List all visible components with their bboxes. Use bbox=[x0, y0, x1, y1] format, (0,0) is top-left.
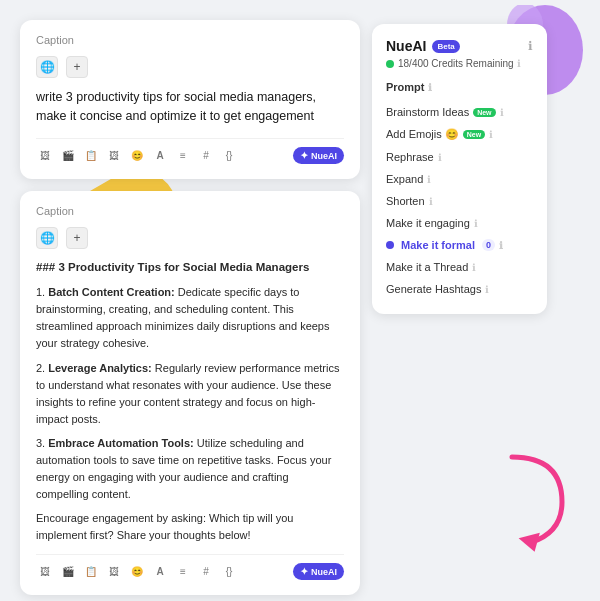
nue-ai-button-bottom[interactable]: ✦ NueAI bbox=[293, 563, 344, 580]
hashtags-label: Generate Hashtags bbox=[386, 283, 481, 295]
caption-para-1: 1. Batch Content Creation: Dedicate spec… bbox=[36, 284, 344, 352]
thread-label: Make it a Thread bbox=[386, 261, 468, 273]
credits-info-icon[interactable]: ℹ bbox=[517, 58, 521, 69]
globe-icon-bottom[interactable]: 🌐 bbox=[36, 227, 58, 249]
menu-item-brainstorm[interactable]: Brainstorm Ideas New ℹ bbox=[386, 101, 533, 123]
beta-badge: Beta bbox=[432, 40, 459, 53]
menu-item-hashtags[interactable]: Generate Hashtags ℹ bbox=[386, 278, 533, 300]
formal-active-dot bbox=[386, 241, 394, 249]
menu-item-shorten[interactable]: Shorten ℹ bbox=[386, 190, 533, 212]
align-icon-top[interactable]: ≡ bbox=[174, 147, 192, 165]
credits-text: 18/400 Credits Remaining ℹ bbox=[386, 58, 533, 69]
caption-top-text: write 3 productivity tips for social med… bbox=[36, 88, 344, 126]
emoji-icon-bottom[interactable]: 😊 bbox=[128, 563, 146, 581]
credits-dot bbox=[386, 60, 394, 68]
globe-icon-top[interactable]: 🌐 bbox=[36, 56, 58, 78]
formal-count-badge: 0 bbox=[482, 239, 495, 251]
caption-para-3: 3. Embrace Automation Tools: Utilize sch… bbox=[36, 435, 344, 503]
prompt-info-icon[interactable]: ℹ bbox=[428, 82, 432, 93]
caption-para-2: 2. Leverage Analytics: Regularly review … bbox=[36, 360, 344, 428]
doc-icon-bottom[interactable]: 📋 bbox=[82, 563, 100, 581]
shorten-info-icon[interactable]: ℹ bbox=[429, 196, 433, 207]
align-icon-bottom[interactable]: ≡ bbox=[174, 563, 192, 581]
image-icon-top[interactable]: 🖼 bbox=[36, 147, 54, 165]
engaging-label: Make it engaging bbox=[386, 217, 470, 229]
brainstorm-label: Brainstorm Ideas bbox=[386, 106, 469, 118]
text-icon-bottom[interactable]: A bbox=[151, 563, 169, 581]
caption-label-bottom: Caption bbox=[36, 205, 344, 217]
doc-icon-top[interactable]: 📋 bbox=[82, 147, 100, 165]
emoji-icon-top[interactable]: 😊 bbox=[128, 147, 146, 165]
caption-bottom-content: ### 3 Productivity Tips for Social Media… bbox=[36, 259, 344, 544]
menu-item-thread[interactable]: Make it a Thread ℹ bbox=[386, 256, 533, 278]
panel-info-icon[interactable]: ℹ bbox=[528, 39, 533, 53]
rephrase-info-icon[interactable]: ℹ bbox=[438, 152, 442, 163]
menu-item-rephrase[interactable]: Rephrase ℹ bbox=[386, 146, 533, 168]
emojis-new-badge: New bbox=[463, 130, 485, 139]
bottom-card-footer-toolbar: 🖼 🎬 📋 🖼 😊 A ≡ # {} ✦ NueAI bbox=[36, 554, 344, 581]
brainstorm-info-icon[interactable]: ℹ bbox=[500, 107, 504, 118]
emojis-info-icon[interactable]: ℹ bbox=[489, 129, 493, 140]
menu-item-engaging[interactable]: Make it engaging ℹ bbox=[386, 212, 533, 234]
right-panel: NueAI Beta ℹ 18/400 Credits Remaining ℹ … bbox=[372, 24, 547, 314]
left-side: Caption 🌐 + write 3 productivity tips fo… bbox=[20, 20, 360, 581]
engaging-info-icon[interactable]: ℹ bbox=[474, 218, 478, 229]
hash-icon-top[interactable]: # bbox=[197, 147, 215, 165]
hashtags-info-icon[interactable]: ℹ bbox=[485, 284, 489, 295]
formal-info-icon[interactable]: ℹ bbox=[499, 240, 503, 251]
plus-icon-bottom[interactable]: + bbox=[66, 227, 88, 249]
main-container: Caption 🌐 + write 3 productivity tips fo… bbox=[0, 0, 600, 601]
thread-info-icon[interactable]: ℹ bbox=[472, 262, 476, 273]
expand-info-icon[interactable]: ℹ bbox=[427, 174, 431, 185]
code-icon-bottom[interactable]: {} bbox=[220, 563, 238, 581]
panel-title: NueAI bbox=[386, 38, 426, 54]
shorten-label: Shorten bbox=[386, 195, 425, 207]
menu-item-formal[interactable]: Make it formal 0 ℹ bbox=[386, 234, 533, 256]
menu-item-emojis[interactable]: Add Emojis 😊 New ℹ bbox=[386, 123, 533, 146]
menu-items-list: Brainstorm Ideas New ℹ Add Emojis 😊 New … bbox=[386, 101, 533, 300]
top-card-toolbar: 🌐 + bbox=[36, 56, 344, 78]
gallery-icon-bottom[interactable]: 🖼 bbox=[105, 563, 123, 581]
menu-item-expand[interactable]: Expand ℹ bbox=[386, 168, 533, 190]
caption-cta: Encourage engagement by asking: Which ti… bbox=[36, 510, 344, 544]
caption-label-top: Caption bbox=[36, 34, 344, 46]
caption-heading: ### 3 Productivity Tips for Social Media… bbox=[36, 259, 344, 277]
formal-label: Make it formal bbox=[401, 239, 475, 251]
video-icon-bottom[interactable]: 🎬 bbox=[59, 563, 77, 581]
plus-icon-top[interactable]: + bbox=[66, 56, 88, 78]
top-card-footer-toolbar: 🖼 🎬 📋 🖼 😊 A ≡ # {} ✦ NueAI bbox=[36, 138, 344, 165]
text-icon-top[interactable]: A bbox=[151, 147, 169, 165]
prompt-section-title: Prompt ℹ bbox=[386, 81, 533, 93]
caption-card-bottom: Caption 🌐 + ### 3 Productivity Tips for … bbox=[20, 191, 360, 595]
gallery-icon-top[interactable]: 🖼 bbox=[105, 147, 123, 165]
video-icon-top[interactable]: 🎬 bbox=[59, 147, 77, 165]
nue-ai-button-top[interactable]: ✦ NueAI bbox=[293, 147, 344, 164]
nue-ai-icon-top: ✦ bbox=[300, 150, 308, 161]
expand-label: Expand bbox=[386, 173, 423, 185]
brainstorm-new-badge: New bbox=[473, 108, 495, 117]
code-icon-top[interactable]: {} bbox=[220, 147, 238, 165]
panel-header: NueAI Beta ℹ bbox=[386, 38, 533, 54]
bottom-card-toolbar: 🌐 + bbox=[36, 227, 344, 249]
nue-ai-icon-bottom: ✦ bbox=[300, 566, 308, 577]
hash-icon-bottom[interactable]: # bbox=[197, 563, 215, 581]
caption-card-top: Caption 🌐 + write 3 productivity tips fo… bbox=[20, 20, 360, 179]
rephrase-label: Rephrase bbox=[386, 151, 434, 163]
emojis-label: Add Emojis 😊 bbox=[386, 128, 459, 141]
image-icon-bottom[interactable]: 🖼 bbox=[36, 563, 54, 581]
